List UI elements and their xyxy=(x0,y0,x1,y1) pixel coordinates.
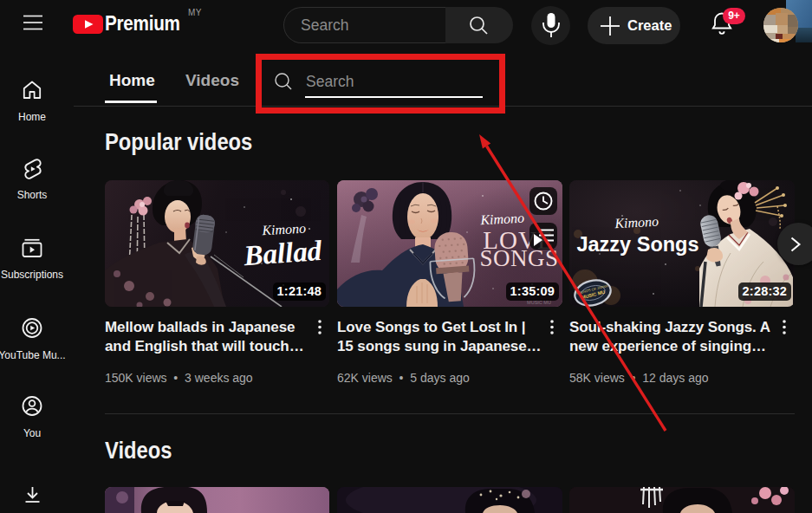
svg-text:Ballad: Ballad xyxy=(242,235,323,271)
svg-text:Kimono: Kimono xyxy=(261,221,306,238)
svg-text:Kimono: Kimono xyxy=(614,214,659,231)
svg-text:Jazzy Songs: Jazzy Songs xyxy=(576,233,698,256)
svg-text:Kimono: Kimono xyxy=(479,211,524,228)
